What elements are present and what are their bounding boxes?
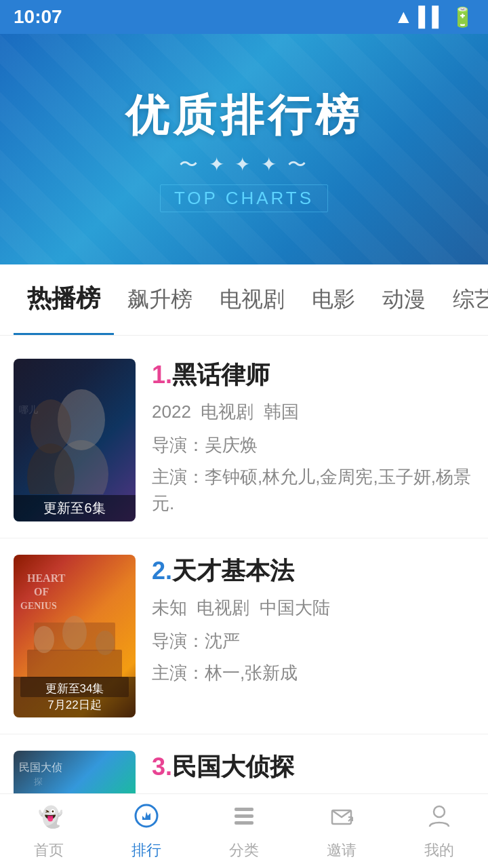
tab-variety[interactable]: 综艺 xyxy=(439,267,488,332)
tab-hot[interactable]: 热播榜 xyxy=(14,264,114,335)
content-list: 哪儿 更新至6集 1.黑话律师 2022 电视剧 韩国 导演：吴庆焕 主演：李钟… xyxy=(0,336,488,868)
item-info-2: 2.天才基本法 未知 电视剧 中国大陆 导演：沈严 主演：林一,张新成 xyxy=(152,555,474,686)
svg-point-9 xyxy=(62,616,87,650)
home-icon: 👻 xyxy=(35,802,62,836)
svg-text:探: 探 xyxy=(34,776,43,787)
nav-invite[interactable]: 邀请 xyxy=(313,797,370,866)
thumbnail-2[interactable]: HEART OF GENIUS 更新至34集7月22日起 xyxy=(14,555,136,717)
item-meta-1: 2022 电视剧 韩国 xyxy=(152,400,474,424)
update-badge-2: 更新至34集7月22日起 xyxy=(14,677,136,717)
svg-rect-25 xyxy=(235,821,253,825)
svg-rect-24 xyxy=(235,814,253,818)
update-badge-1: 更新至6集 xyxy=(14,495,136,521)
status-icons: ▲ ▌▌ 🔋 xyxy=(394,6,474,28)
rank-icon xyxy=(133,802,160,836)
tab-tv[interactable]: 电视剧 xyxy=(206,267,298,332)
svg-point-27 xyxy=(434,806,445,817)
wifi-icon: ▲ xyxy=(394,6,413,28)
nav-category[interactable]: 分类 xyxy=(216,797,272,866)
nav-invite-label: 邀请 xyxy=(327,840,357,861)
bottom-nav: 👻 首页 排行 分类 邀请 xyxy=(0,793,488,868)
nav-rank[interactable]: 排行 xyxy=(118,797,175,866)
list-item[interactable]: HEART OF GENIUS 更新至34集7月22日起 2.天才基本法 未知 … xyxy=(0,538,488,734)
item-rank-title-3: 3.民国大侦探 xyxy=(152,751,474,784)
nav-rank-label: 排行 xyxy=(131,840,161,861)
nav-category-label: 分类 xyxy=(229,840,259,861)
tab-anime[interactable]: 动漫 xyxy=(369,267,439,332)
item-director-2: 导演：沈严 xyxy=(152,629,474,653)
svg-rect-23 xyxy=(235,808,253,811)
svg-text:哪儿: 哪儿 xyxy=(19,404,38,415)
svg-text:HEART: HEART xyxy=(27,572,66,584)
item-director-1: 导演：吴庆焕 xyxy=(152,433,474,457)
svg-text:👻: 👻 xyxy=(38,805,62,829)
rank-number-1: 1. xyxy=(152,361,172,389)
item-cast-1: 主演：李钟硕,林允儿,金周宪,玉子妍,杨景元. xyxy=(152,464,474,517)
item-rank-title-1: 1.黑话律师 xyxy=(152,359,474,392)
tab-movie[interactable]: 电影 xyxy=(298,267,369,332)
signal-icon: ▌▌ xyxy=(418,6,445,28)
nav-home[interactable]: 👻 首页 xyxy=(20,797,77,866)
item-cast-2: 主演：林一,张新成 xyxy=(152,660,474,686)
hero-ornament: 〜 ✦ ✦ ✦ 〜 xyxy=(179,152,309,178)
hero-header: 优质排行榜 〜 ✦ ✦ ✦ 〜 TOP CHARTS xyxy=(0,34,488,264)
list-item[interactable]: 哪儿 更新至6集 1.黑话律师 2022 电视剧 韩国 导演：吴庆焕 主演：李钟… xyxy=(0,342,488,538)
svg-text:民国大侦: 民国大侦 xyxy=(19,762,62,773)
rank-number-3: 3. xyxy=(152,753,172,781)
svg-point-8 xyxy=(34,626,54,653)
svg-point-10 xyxy=(96,631,115,655)
status-bar: 10:07 ▲ ▌▌ 🔋 xyxy=(0,0,488,34)
invite-icon xyxy=(328,802,355,836)
item-info-1: 1.黑话律师 2022 电视剧 韩国 导演：吴庆焕 主演：李钟硕,林允儿,金周宪… xyxy=(152,359,474,517)
nav-mine-label: 我的 xyxy=(424,840,454,861)
hero-title: 优质排行榜 xyxy=(125,86,363,145)
mine-icon xyxy=(426,802,453,836)
thumbnail-1[interactable]: 哪儿 更新至6集 xyxy=(14,359,136,521)
nav-mine[interactable]: 我的 xyxy=(411,797,468,866)
item-rank-title-2: 2.天才基本法 xyxy=(152,555,474,588)
svg-text:GENIUS: GENIUS xyxy=(20,601,57,611)
nav-home-label: 首页 xyxy=(34,840,64,861)
svg-text:OF: OF xyxy=(34,586,49,597)
tab-rising[interactable]: 飙升榜 xyxy=(114,267,206,332)
tab-bar: 热播榜 飙升榜 电视剧 电影 动漫 综艺 xyxy=(0,264,488,336)
status-time: 10:07 xyxy=(14,6,62,28)
battery-icon: 🔋 xyxy=(451,6,474,28)
category-icon xyxy=(230,802,258,836)
rank-number-2: 2. xyxy=(152,557,172,585)
hero-subtitle: TOP CHARTS xyxy=(160,184,328,212)
item-meta-2: 未知 电视剧 中国大陆 xyxy=(152,596,474,620)
